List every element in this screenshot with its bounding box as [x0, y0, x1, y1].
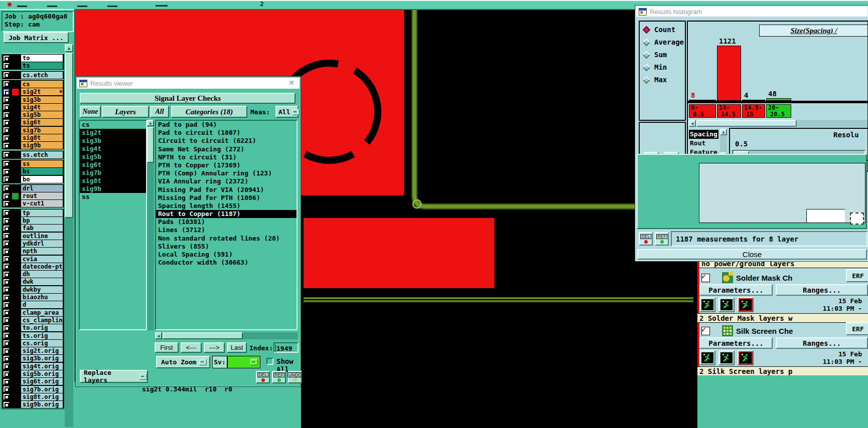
layer-name[interactable]: ts	[21, 62, 63, 70]
auto-zoom-dropdown[interactable]: Auto Zoom	[156, 356, 210, 368]
layer-name[interactable]: dh	[21, 270, 63, 278]
layer-name[interactable]: clamp_area	[21, 309, 63, 317]
layer-color-chip[interactable]	[12, 309, 19, 316]
layer-row[interactable]: dh	[2, 270, 64, 278]
layer-visibility-checkbox[interactable]	[3, 185, 10, 191]
layer-row[interactable]: sig2t.orig	[2, 347, 64, 355]
erf-button[interactable]: ERF	[846, 322, 868, 335]
layer-row[interactable]: npth	[2, 247, 64, 255]
viewer-layer-item[interactable]: sig2t	[80, 129, 146, 137]
results-viewer-titlebar[interactable]: Results viewer ✕	[77, 78, 300, 89]
preview-map[interactable]	[699, 163, 865, 223]
layer-visibility-checkbox[interactable]	[3, 302, 10, 308]
show-all-checkbox[interactable]	[266, 358, 273, 365]
layer-row[interactable]: fab	[2, 224, 64, 232]
layer-name[interactable]: to	[21, 54, 63, 62]
check-enabled-checkbox[interactable]	[701, 274, 710, 282]
layer-color-chip[interactable]	[12, 332, 19, 339]
layer-name[interactable]: cs.orig	[21, 339, 63, 347]
viewer-layer-item[interactable]: sig5b	[80, 153, 146, 161]
run-check-icon[interactable]	[718, 297, 735, 312]
layer-row[interactable]: cs.orig	[2, 339, 64, 347]
category-item[interactable]: PTH (Comp) Annular ring (123)	[156, 169, 297, 177]
layer-visibility-checkbox[interactable]	[3, 363, 10, 369]
run-check-icon[interactable]	[738, 297, 754, 312]
layer-color-chip[interactable]	[12, 142, 19, 149]
layer-color-chip[interactable]	[12, 55, 19, 62]
index-input[interactable]: 1949	[273, 342, 299, 353]
layer-visibility-checkbox[interactable]	[3, 248, 10, 255]
layer-name[interactable]: cs.etch	[21, 71, 63, 79]
layer-color-chip[interactable]	[12, 185, 19, 191]
layer-visibility-checkbox[interactable]	[3, 193, 10, 199]
layer-name[interactable]: ydkdrl	[21, 240, 63, 248]
layer-color-chip[interactable]	[12, 294, 19, 301]
layer-row[interactable]: sig9b.orig	[2, 400, 64, 408]
layer-visibility-checkbox[interactable]	[3, 55, 10, 62]
layer-row[interactable]: ts.orig	[2, 332, 64, 340]
erf-button[interactable]: ERF	[846, 269, 868, 282]
layer-color-chip[interactable]	[12, 256, 19, 262]
del-button[interactable]: DEL	[256, 371, 270, 383]
layer-color-chip[interactable]	[12, 209, 19, 216]
layer-name[interactable]: sig4t.orig	[21, 362, 63, 370]
run-check-icon[interactable]	[738, 350, 754, 365]
layer-visibility-checkbox[interactable]	[3, 355, 10, 362]
layer-row[interactable]: sig4t.orig	[2, 362, 64, 370]
menu-dash[interactable]	[77, 6, 87, 7]
layer-name[interactable]: sig4t	[21, 103, 63, 111]
layer-color-chip[interactable]	[12, 168, 19, 175]
layer-visibility-checkbox[interactable]	[3, 135, 10, 141]
layer-name[interactable]: sig7b	[21, 126, 63, 134]
layer-color-chip[interactable]	[12, 104, 19, 110]
layer-color-chip[interactable]	[12, 119, 19, 126]
layer-name[interactable]: outline	[21, 232, 63, 240]
category-item[interactable]: Same Net Spacing (272)	[156, 145, 297, 153]
chart-hscrollbar[interactable]: ◀	[689, 120, 867, 127]
parameters-button[interactable]: Parameters...	[699, 284, 773, 296]
preview-selection-rect[interactable]	[850, 212, 864, 225]
layer-color-chip[interactable]	[12, 393, 19, 400]
layer-row[interactable]: outline	[2, 232, 64, 240]
layer-visibility-checkbox[interactable]	[3, 225, 10, 232]
layer-name[interactable]: sig8t.orig	[21, 393, 63, 401]
layer-row[interactable]: d	[2, 301, 64, 309]
metric-radio[interactable]: Average	[644, 38, 684, 46]
categories-hscroll-thumb[interactable]	[163, 332, 243, 339]
run-check-icon[interactable]	[699, 297, 715, 312]
layer-visibility-checkbox[interactable]	[3, 279, 10, 285]
layer-row[interactable]: sig3b.orig	[2, 354, 64, 362]
metric-radio[interactable]: Count	[644, 26, 675, 34]
layer-visibility-checkbox[interactable]	[3, 209, 10, 216]
metric-radio[interactable]: Min	[644, 63, 667, 71]
category-item[interactable]: Pad to pad (94)	[156, 121, 297, 129]
category-item[interactable]: NPTH to circuit (31)	[156, 153, 297, 161]
run-check-icon[interactable]	[699, 350, 715, 365]
layer-color-chip[interactable]	[12, 378, 19, 385]
layer-name[interactable]: cvia	[21, 255, 63, 263]
category-item[interactable]: Spacing length (1455)	[156, 202, 297, 210]
layer-color-chip[interactable]	[12, 112, 19, 118]
layer-name[interactable]: rout	[21, 192, 63, 200]
layer-visibility-checkbox[interactable]	[3, 160, 10, 167]
layer-name[interactable]: datecode-pte	[21, 263, 63, 271]
layer-name[interactable]: sig3b.orig	[21, 354, 63, 362]
layer-row[interactable]: dwkby	[2, 286, 64, 294]
menu-dash[interactable]	[156, 5, 168, 7]
layer-row[interactable]: sig8t.orig	[2, 393, 64, 401]
scroll-up-icon[interactable]: ▲	[720, 129, 727, 135]
parameters-button[interactable]: Parameters...	[699, 337, 773, 349]
layer-visibility-checkbox[interactable]	[3, 233, 10, 239]
layer-row[interactable]: biaozhu	[2, 293, 64, 301]
scroll-left-icon[interactable]: ◀	[689, 120, 696, 127]
close-button[interactable]: Close	[637, 249, 867, 260]
del-button[interactable]: DEL	[639, 232, 653, 246]
none-button[interactable]: None	[80, 106, 101, 118]
category-item[interactable]: PTH to Copper (17369)	[156, 161, 297, 169]
layer-row[interactable]: cs	[2, 80, 64, 88]
layer-visibility-checkbox[interactable]	[3, 218, 10, 224]
layer-visibility-checkbox[interactable]	[3, 263, 10, 270]
layer-row[interactable]: sig8t	[2, 134, 64, 142]
layer-visibility-checkbox[interactable]	[3, 112, 10, 118]
layer-name[interactable]: d	[21, 301, 63, 309]
